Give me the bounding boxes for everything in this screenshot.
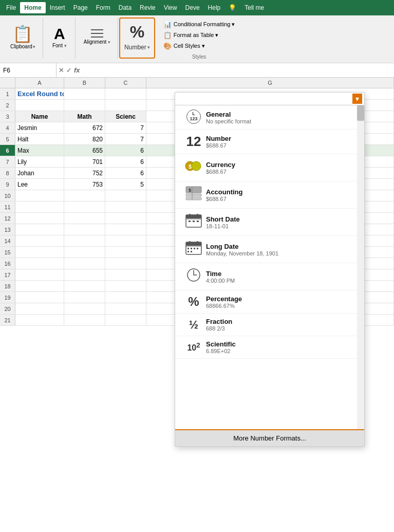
menu-insert[interactable]: Insert [46,2,69,13]
dropdown-search-input[interactable] [177,94,352,103]
format-item-short-date[interactable]: Short Date 18-11-01 [175,209,364,236]
col-header-c[interactable]: C [105,78,146,88]
cell-styles-button[interactable]: 🎨 Cell Styles ▾ [160,41,238,51]
format-item-percentage[interactable]: % Percentage 68866.67% [175,290,364,314]
dropdown-scrollbar[interactable] [357,105,364,429]
row-num-1: 1 [0,88,15,99]
cell-c2[interactable] [105,100,146,111]
menu-help[interactable]: Help [204,2,225,13]
format-item-accounting[interactable]: $ Accounting $688.67 [175,181,364,209]
more-number-formats-button[interactable]: More Number Formats... [175,429,364,446]
formula-bar-buttons: ✕ ✓ fx [57,66,82,74]
menu-tellme[interactable]: Tell me [240,2,268,13]
dropdown-scrollbar-thumb[interactable] [357,105,364,121]
menu-page[interactable]: Page [69,2,92,13]
svg-rect-5 [186,197,201,200]
cell-c8[interactable]: 6 [105,168,146,178]
format-item-scientific[interactable]: 102 Scientific 6.89E+02 [175,336,364,359]
cell-a3[interactable]: Name [15,111,64,122]
format-sub-fraction: 688 2/3 [206,325,358,332]
format-title-scientific: Scientific [206,340,358,348]
svg-rect-26 [191,251,192,252]
menu-lightbulb[interactable]: 💡 [224,2,240,13]
cell-b1[interactable] [64,88,105,99]
format-item-number[interactable]: 12 Number $688.67 [175,130,364,154]
menu-review[interactable]: Revie [136,2,160,13]
format-icon-percentage: % [181,295,206,309]
svg-rect-17 [186,242,201,246]
number-format-dropdown: ▾ L123 General No specific format 12 [175,92,365,447]
format-sub-general: No specific format [206,118,358,124]
clipboard-button[interactable]: 📋 Clipboard ▾ [7,22,39,51]
dropdown-search-arrow-button[interactable]: ▾ [352,94,362,104]
cell-a7[interactable]: Lily [15,156,64,167]
cell-c5[interactable]: 7 [105,134,146,144]
format-as-table-button[interactable]: 📋 Format as Table ▾ [160,30,238,40]
row-num-6: 6 [0,145,15,156]
format-title-currency: Currency [206,161,358,169]
cell-a2[interactable] [15,100,64,111]
conditional-formatting-button[interactable]: 📊 Conditional Formatting ▾ [160,20,238,29]
menu-form[interactable]: Form [92,2,115,13]
cell-a5[interactable]: Halt [15,134,64,144]
format-item-fraction[interactable]: ½ Fraction 688 2/3 [175,314,364,336]
col-header-b[interactable]: B [64,78,105,88]
styles-buttons: 📊 Conditional Formatting ▾ 📋 Format as T… [160,20,238,51]
format-icon-short-date [181,213,206,231]
menu-view[interactable]: View [160,2,181,13]
cell-a6[interactable]: Max [15,145,64,156]
clipboard-group: 📋 Clipboard ▾ Clipboard [3,17,43,59]
format-item-time[interactable]: Time 4:00:00 PM [175,263,364,290]
cancel-formula-icon[interactable]: ✕ [59,66,64,74]
cell-a1[interactable]: Excel Round to 2 Decimal Pl [15,88,64,99]
menu-data[interactable]: Data [115,2,136,13]
menu-dev[interactable]: Deve [181,2,204,13]
cell-a4[interactable]: Jesmin [15,122,64,133]
format-item-long-date[interactable]: Long Date Monday, November 18, 1901 [175,236,364,263]
clipboard-icon: 📋 [12,24,33,44]
insert-function-icon[interactable]: fx [74,66,80,74]
spreadsheet-container: A B C G 1 Excel Round to 2 Decimal Pl 2 … [0,78,394,326]
format-item-currency[interactable]: $ Currency $688.67 [175,154,364,181]
svg-rect-19 [197,241,198,244]
menu-file[interactable]: File [2,2,20,13]
format-title-accounting: Accounting [206,188,358,196]
cell-b2[interactable] [64,100,105,111]
format-icon-long-date [181,240,206,259]
svg-rect-25 [187,251,189,252]
menu-home[interactable]: Home [20,2,45,13]
cell-a9[interactable]: Lee [15,179,64,190]
cell-a8[interactable]: Johan [15,168,64,178]
format-title-short-date: Short Date [206,215,358,223]
row-num-header [0,78,15,88]
svg-rect-18 [189,241,191,244]
alignment-button[interactable]: Alignment ▾ [81,27,114,47]
styles-label: Styles [192,52,206,60]
cell-c4[interactable]: 7 [105,122,146,133]
cell-c3[interactable]: Scienc [105,111,146,122]
col-header-a[interactable]: A [15,78,64,88]
formula-input[interactable] [82,63,394,77]
cell-styles-label: Cell Styles ▾ [174,43,205,49]
cell-b7[interactable]: 701 [64,156,105,167]
format-table-icon: 📋 [163,31,172,39]
cell-b6[interactable]: 655 [64,145,105,156]
number-button[interactable]: % [125,21,149,44]
format-title-percentage: Percentage [206,295,358,303]
confirm-formula-icon[interactable]: ✓ [66,66,72,74]
cell-b3[interactable]: Math [64,111,105,122]
font-button[interactable]: A Font ▾ [48,23,71,50]
styles-group: 📊 Conditional Formatting ▾ 📋 Format as T… [156,17,242,60]
number-dropdown-arrow[interactable]: ▾ [147,45,150,50]
name-box[interactable]: F6 [0,63,57,77]
cell-c7[interactable]: 6 [105,156,146,167]
cell-c9[interactable]: 5 [105,179,146,190]
cell-b4[interactable]: 672 [64,122,105,133]
format-item-general[interactable]: L123 General No specific format [175,105,364,130]
cell-c1[interactable] [105,88,146,99]
col-header-g[interactable]: G [146,78,394,88]
cell-b9[interactable]: 753 [64,179,105,190]
cell-c6[interactable]: 6 [105,145,146,156]
cell-b8[interactable]: 752 [64,168,105,178]
cell-b5[interactable]: 820 [64,134,105,144]
